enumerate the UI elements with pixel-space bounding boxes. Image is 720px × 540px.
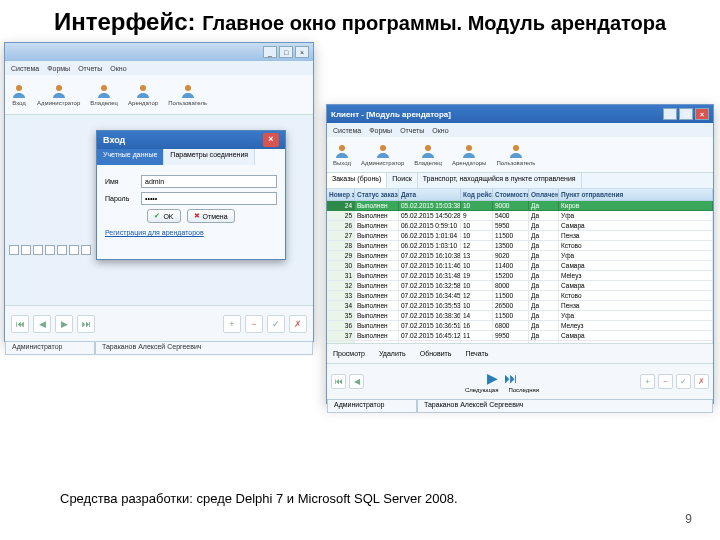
cancel-icon[interactable]: ✗ — [694, 374, 709, 389]
login-dialog: Вход × Учетные данные Параметры соединен… — [96, 130, 286, 260]
minimize-icon[interactable]: _ — [263, 46, 277, 58]
mdi-tabs[interactable] — [9, 245, 91, 255]
svg-point-4 — [185, 85, 191, 91]
toolbar-item[interactable]: Вход — [11, 83, 27, 106]
svg-point-5 — [339, 145, 345, 151]
toolbar-item[interactable]: Пользователь — [168, 83, 207, 106]
ok-button[interactable]: ✔OK — [147, 209, 180, 223]
add-icon[interactable]: + — [223, 315, 241, 333]
svg-point-7 — [425, 145, 431, 151]
table-row[interactable]: 36Выполнен07.02.2015 16:36:51166800ДаМел… — [327, 321, 713, 331]
table-row[interactable]: 24Выполнен05.02.2015 15:03:38109000ДаКир… — [327, 201, 713, 211]
prev-icon[interactable]: ◀ — [33, 315, 51, 333]
tab-connection[interactable]: Параметры соединения — [164, 149, 255, 165]
label-username: Имя — [105, 178, 141, 185]
svg-point-1 — [56, 85, 62, 91]
cancel-button[interactable]: ✖Отмена — [187, 209, 235, 223]
column-header[interactable]: Пункт отправления — [559, 189, 713, 201]
tab-credentials[interactable]: Учетные данные — [97, 149, 164, 165]
menu-item[interactable]: Формы — [47, 65, 70, 72]
save-icon[interactable]: ✓ — [267, 315, 285, 333]
column-header[interactable]: Оплачено — [529, 189, 559, 201]
login-titlebar[interactable]: Вход × — [97, 131, 285, 149]
add-icon[interactable]: + — [640, 374, 655, 389]
svg-point-0 — [16, 85, 22, 91]
password-field[interactable] — [141, 192, 277, 205]
status-user: Тараканов Алексей Сергеевич — [95, 341, 313, 355]
owner-icon — [96, 83, 112, 99]
refresh-button[interactable]: Обновить — [420, 350, 452, 357]
menu-item[interactable]: Отчеты — [78, 65, 102, 72]
first-icon[interactable]: ⏮ — [331, 374, 346, 389]
column-header[interactable]: Код рейса — [461, 189, 493, 201]
save-icon[interactable]: ✓ — [676, 374, 691, 389]
toolbar-item[interactable]: Владелец — [90, 83, 118, 106]
toolbar-item[interactable]: Пользователь — [496, 143, 535, 166]
column-header[interactable]: Дата — [399, 189, 461, 201]
menu-item[interactable]: Отчеты — [400, 127, 424, 134]
maximize-icon[interactable]: □ — [679, 108, 693, 120]
toolbar-item[interactable]: Арендаторы — [452, 143, 486, 166]
register-link[interactable]: Регистрация для арендаторов — [105, 229, 204, 236]
delete-icon[interactable]: − — [245, 315, 263, 333]
tab-search[interactable]: Поиск — [387, 173, 417, 188]
column-header[interactable]: Стоимость — [493, 189, 529, 201]
username-field[interactable] — [141, 175, 277, 188]
tab-orders[interactable]: Заказы (бронь) — [327, 173, 387, 188]
toolbar-item[interactable]: Выход — [333, 143, 351, 166]
table-row[interactable]: 34Выполнен07.02.2015 16:35:531026500ДаПе… — [327, 301, 713, 311]
menu-item[interactable]: Система — [11, 65, 39, 72]
table-row[interactable]: 37Выполнен07.02.2015 16:45:12119950ДаСам… — [327, 331, 713, 341]
last-icon[interactable]: ⏭ — [77, 315, 95, 333]
toolbar-item[interactable]: Владелец — [414, 143, 442, 166]
table-row[interactable]: 27Выполнен06.02.2015 1:01:041011500ДаПен… — [327, 231, 713, 241]
toolbar-item[interactable]: Администратор — [361, 143, 404, 166]
orders-grid[interactable]: Номер заказаСтатус заказаДатаКод рейсаСт… — [327, 189, 713, 343]
prev-icon[interactable]: ◀ — [349, 374, 364, 389]
delete-button[interactable]: Удалить — [379, 350, 406, 357]
table-row[interactable]: 26Выполнен06.02.2015 0:59:10105950ДаСама… — [327, 221, 713, 231]
close-icon[interactable]: × — [695, 108, 709, 120]
main-window-right: Клиент - [Модуль арендатора] _ □ × Систе… — [326, 104, 714, 404]
cancel-icon[interactable]: ✗ — [289, 315, 307, 333]
status-role: Администратор — [5, 341, 95, 355]
minimize-icon[interactable]: _ — [663, 108, 677, 120]
table-row[interactable]: 31Выполнен07.02.2015 16:31:481915200ДаМе… — [327, 271, 713, 281]
titlebar-right[interactable]: Клиент - [Модуль арендатора] _ □ × — [327, 105, 713, 123]
table-row[interactable]: 29Выполнен07.02.2015 16:10:38139020ДаУфа — [327, 251, 713, 261]
table-row[interactable]: 30Выполнен07.02.2015 16:11:461011400ДаСа… — [327, 261, 713, 271]
table-row[interactable]: 38Выполнен07.02.2015 16:51:38128300ДаМос… — [327, 341, 713, 343]
column-header[interactable]: Номер заказа — [327, 189, 355, 201]
maximize-icon[interactable]: □ — [279, 46, 293, 58]
table-row[interactable]: 32Выполнен07.02.2015 16:32:58108000ДаСам… — [327, 281, 713, 291]
table-row[interactable]: 35Выполнен07.02.2015 16:38:361411500ДаУф… — [327, 311, 713, 321]
action-bar: Просмотр Удалить Обновить Печать — [327, 343, 713, 363]
toolbar-item[interactable]: Администратор — [37, 83, 80, 106]
subtabs: Заказы (бронь) Поиск Транспорт, находящи… — [327, 173, 713, 189]
table-row[interactable]: 25Выполнен05.02.2015 14:50:2895400ДаУфа — [327, 211, 713, 221]
menu-item[interactable]: Окно — [110, 65, 126, 72]
print-button[interactable]: Печать — [465, 350, 488, 357]
delete-icon[interactable]: − — [658, 374, 673, 389]
table-row[interactable]: 33Выполнен07.02.2015 16:34:451211500ДаКс… — [327, 291, 713, 301]
status-user: Тараканов Алексей Сергеевич — [417, 399, 713, 413]
tab-transport[interactable]: Транспорт, находящийся в пункте отправле… — [418, 173, 582, 188]
table-row[interactable]: 28Выполнен06.02.2015 1:03:101213500ДаКст… — [327, 241, 713, 251]
menu-item[interactable]: Формы — [369, 127, 392, 134]
last-page-icon[interactable]: ⏭ — [504, 370, 518, 386]
next-icon[interactable]: ▶ — [55, 315, 73, 333]
tenant-icon — [135, 83, 151, 99]
menu-item[interactable]: Окно — [432, 127, 448, 134]
next-page-icon[interactable]: ▶ — [487, 370, 498, 386]
admin-icon — [375, 143, 391, 159]
close-icon[interactable]: × — [295, 46, 309, 58]
menu-item[interactable]: Система — [333, 127, 361, 134]
column-header[interactable]: Статус заказа — [355, 189, 399, 201]
view-button[interactable]: Просмотр — [333, 350, 365, 357]
user-icon — [508, 143, 524, 159]
titlebar-left[interactable]: _ □ × — [5, 43, 313, 61]
statusbar-right: Администратор Тараканов Алексей Сергееви… — [327, 399, 713, 413]
first-icon[interactable]: ⏮ — [11, 315, 29, 333]
toolbar-item[interactable]: Арендатор — [128, 83, 158, 106]
close-icon[interactable]: × — [263, 133, 279, 147]
